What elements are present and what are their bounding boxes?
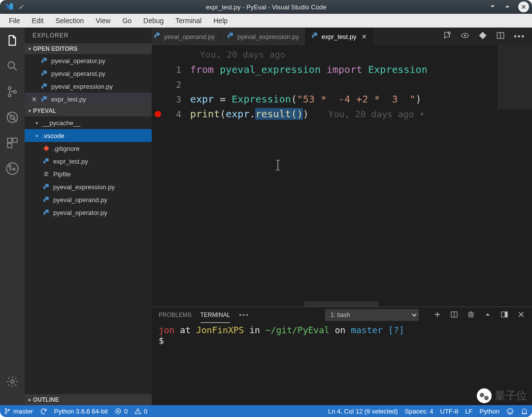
code-line[interactable]: 2 <box>152 77 532 92</box>
tree-item[interactable]: ▸.vscode <box>25 129 152 142</box>
tree-item[interactable]: pyeval_operator.py <box>25 206 152 219</box>
status-eol[interactable]: LF <box>465 408 472 415</box>
pin-icon[interactable] <box>18 3 25 11</box>
new-terminal-icon[interactable] <box>433 311 441 320</box>
svg-point-10 <box>9 165 11 168</box>
bottom-panel: PROBLEMS TERMINAL ••• 1: bash jon at Jon… <box>152 307 532 405</box>
compare-changes-icon[interactable] <box>443 31 452 42</box>
search-icon[interactable] <box>5 59 19 73</box>
close-editor-icon[interactable]: ✕ <box>31 96 37 103</box>
tree-item[interactable]: .gitignore <box>25 142 152 155</box>
open-editor-item[interactable]: pyeval_operand.py <box>25 67 152 80</box>
line-number: 1 <box>164 65 190 75</box>
editor-tab[interactable]: pyeval_expression.py <box>221 28 305 45</box>
svg-point-2 <box>8 94 11 97</box>
more-icon[interactable]: ••• <box>514 32 525 41</box>
tree-item[interactable]: pyeval_expression.py <box>25 180 152 193</box>
minimap[interactable] <box>498 45 532 307</box>
horizontal-scrollbar[interactable] <box>304 301 378 307</box>
tree-item[interactable]: expr_test.py <box>25 155 152 168</box>
file-label: expr_test.py <box>53 158 88 165</box>
folder-label: .vscode <box>42 132 65 139</box>
menu-debug[interactable]: Debug <box>138 15 168 26</box>
svg-rect-6 <box>7 138 12 142</box>
line-number: 4 <box>164 109 190 119</box>
maximize-icon[interactable] <box>503 2 511 12</box>
window-titlebar: expr_test.py - PyEval - Visual Studio Co… <box>0 0 532 14</box>
panel-more-icon[interactable]: ••• <box>239 311 249 319</box>
status-branch[interactable]: master <box>4 408 33 415</box>
svg-point-3 <box>14 90 16 93</box>
watermark-logo-icon <box>477 388 492 403</box>
code-editor[interactable]: You, 20 days ago 1from pyeval_expression… <box>152 45 532 307</box>
editor-tab[interactable]: expr_test.py✕ <box>305 28 373 45</box>
source-control-icon[interactable] <box>5 85 19 99</box>
split-editor-icon[interactable] <box>496 31 505 42</box>
chevron-right-icon: ▸ <box>29 397 31 402</box>
menu-selection[interactable]: Selection <box>51 15 89 26</box>
file-label: Pipfile <box>53 171 70 178</box>
chevron-down-icon: ▾ <box>29 108 31 113</box>
settings-gear-icon[interactable] <box>5 375 19 388</box>
status-feedback-icon[interactable] <box>506 408 514 415</box>
breakpoint-icon[interactable] <box>155 111 161 117</box>
split-terminal-icon[interactable] <box>450 311 458 320</box>
tree-item[interactable]: ▸__pycache__ <box>25 116 152 129</box>
status-errors[interactable]: 0 <box>115 408 128 415</box>
section-open-editors[interactable]: ▾ OPEN EDITORS <box>25 43 152 54</box>
status-python[interactable]: Python 3.6.6 64-bit <box>54 408 108 415</box>
minimize-icon[interactable] <box>489 2 497 12</box>
status-warnings[interactable]: 0 <box>134 408 147 415</box>
close-panel-icon[interactable] <box>517 311 525 320</box>
gitlens-icon[interactable] <box>5 162 19 175</box>
file-label: pyeval_operand.py <box>53 196 107 204</box>
file-label: pyeval_operand.py <box>51 70 105 77</box>
menu-view[interactable]: View <box>91 15 115 26</box>
svg-point-9 <box>6 163 18 174</box>
diff-icon[interactable] <box>478 31 487 42</box>
open-editor-item[interactable]: ✕expr_test.py <box>25 93 152 105</box>
python-file-icon <box>42 196 50 204</box>
python-file-icon <box>42 157 50 165</box>
extensions-icon[interactable] <box>5 136 19 150</box>
open-editor-item[interactable]: pyeval_expression.py <box>25 80 152 93</box>
python-file-icon <box>42 208 50 216</box>
code-line[interactable]: 1from pyeval_expression import Expressio… <box>152 62 532 77</box>
code-line[interactable]: 3expr = Expression("53 * -4 +2 * 3 ") <box>152 92 532 106</box>
preview-icon[interactable] <box>461 31 469 42</box>
window-title: expr_test.py - PyEval - Visual Studio Co… <box>0 3 532 11</box>
editor-tab[interactable]: yeval_operand.py <box>152 28 221 45</box>
status-sync-icon[interactable] <box>40 408 47 415</box>
terminal-select[interactable]: 1: bash <box>325 309 419 321</box>
panel-tab-problems[interactable]: PROBLEMS <box>159 308 192 322</box>
status-encoding[interactable]: UTF-8 <box>440 408 459 415</box>
menu-help[interactable]: Help <box>208 15 233 26</box>
open-editor-item[interactable]: pyeval_operator.py <box>25 54 152 67</box>
status-notifications-icon[interactable] <box>521 408 528 415</box>
tree-item[interactable]: Pipfile <box>25 168 152 180</box>
sidebar-explorer: EXPLORER ▾ OPEN EDITORS pyeval_operator.… <box>25 28 152 405</box>
file-label: pyeval_operator.py <box>53 209 107 216</box>
panel-position-icon[interactable] <box>500 311 508 320</box>
status-spaces[interactable]: Spaces: 4 <box>405 408 433 415</box>
file-label: pyeval_operator.py <box>51 57 105 65</box>
code-line[interactable]: 4print(expr.result())You, 20 days ago • <box>152 106 532 121</box>
section-outline[interactable]: ▸ OUTLINE <box>25 394 152 405</box>
debug-icon[interactable] <box>5 110 19 124</box>
editor-region: yeval_operand.pypyeval_expression.pyexpr… <box>152 28 532 405</box>
menu-edit[interactable]: Edit <box>27 15 49 26</box>
tree-item[interactable]: pyeval_operand.py <box>25 193 152 206</box>
menu-terminal[interactable]: Terminal <box>170 15 206 26</box>
section-project[interactable]: ▾ PYEVAL <box>25 105 152 116</box>
close-tab-icon[interactable]: ✕ <box>362 33 367 40</box>
maximize-panel-icon[interactable] <box>484 311 492 320</box>
close-window-button[interactable] <box>518 1 529 12</box>
menu-go[interactable]: Go <box>117 15 136 26</box>
panel-tab-terminal[interactable]: TERMINAL <box>200 308 231 323</box>
menu-file[interactable]: File <box>4 15 25 26</box>
explorer-icon[interactable] <box>5 34 19 47</box>
kill-terminal-icon[interactable] <box>467 311 475 320</box>
status-language[interactable]: Python <box>480 408 499 415</box>
terminal-output[interactable]: jon at JonFinXPS in ~/git/PyEval on mast… <box>152 323 532 405</box>
status-selection[interactable]: Ln 4, Col 12 (9 selected) <box>328 408 398 415</box>
